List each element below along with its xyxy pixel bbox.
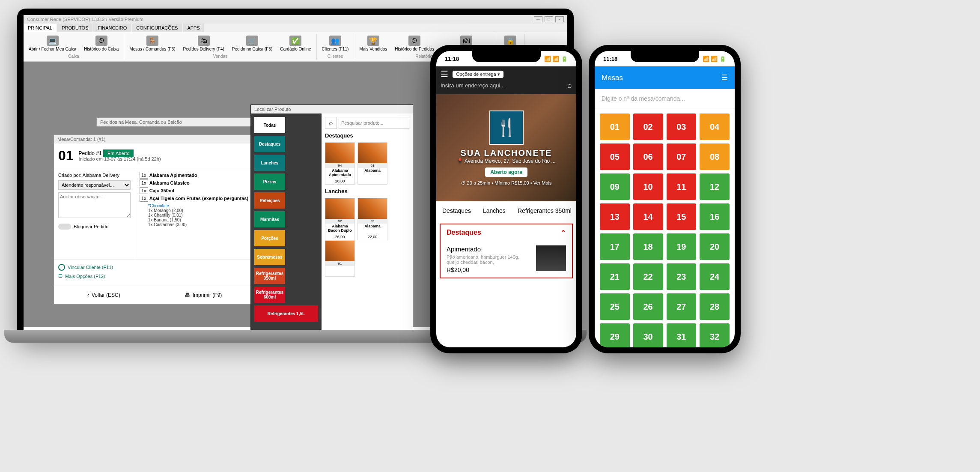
category-button[interactable]: Lanches xyxy=(254,155,285,171)
product-card[interactable]: 89Alabama22,00 xyxy=(357,198,387,240)
product-card[interactable]: 61Alabama xyxy=(357,142,387,185)
category-button[interactable]: Refrigerantes 1,5L xyxy=(254,305,318,322)
mesa-tile[interactable]: 14 xyxy=(633,203,663,230)
ribbon-group: 🪑Mesas / Comandas (F3)🛍Pedidos Delivery … xyxy=(124,34,316,60)
category-button[interactable]: Refrigerantes 600ml xyxy=(254,287,285,303)
address-input[interactable]: Insira um endereço aqui... xyxy=(441,82,563,89)
mesa-tile[interactable]: 22 xyxy=(633,263,663,290)
mesa-tile[interactable]: 16 xyxy=(700,203,730,230)
mesa-tile[interactable]: 27 xyxy=(667,293,697,320)
category-button[interactable]: Refrigerantes 350ml xyxy=(254,268,285,284)
mesa-tile[interactable]: 19 xyxy=(667,233,697,260)
product-card[interactable]: 91 xyxy=(325,240,355,277)
category-button[interactable]: Destaques xyxy=(254,136,285,152)
voltar-button[interactable]: ‹ Voltar (ESC) xyxy=(54,286,154,304)
store-logo: 🍴 xyxy=(489,111,524,145)
mesa-tile[interactable]: 26 xyxy=(633,293,663,320)
mesa-tile[interactable]: 28 xyxy=(700,293,730,320)
category-tab[interactable]: Refrigerantes 350ml xyxy=(512,201,576,220)
chevron-up-icon[interactable]: ⌃ xyxy=(560,229,566,237)
tab-apps[interactable]: APPS xyxy=(183,24,204,32)
hamburger-icon[interactable]: ☰ xyxy=(721,73,728,82)
mesa-tile[interactable]: 05 xyxy=(600,143,630,170)
tab-principal[interactable]: PRINCIPAL xyxy=(24,24,57,32)
category-button[interactable]: Pizzas xyxy=(254,173,285,190)
mesa-tile[interactable]: 11 xyxy=(667,173,697,200)
mesa-tile[interactable]: 12 xyxy=(700,173,730,200)
product-card[interactable]: 94Alabama Apimentado20,00 xyxy=(325,142,355,185)
mesa-tile[interactable]: 06 xyxy=(633,143,663,170)
mesa-tile[interactable]: 29 xyxy=(600,323,630,347)
store-app: 11:18 📶 📶 🔋 ☰ Opções de entrega ▾ Insira… xyxy=(436,51,576,347)
menu-item[interactable]: Apimentado Pão americano, hamburguer 140… xyxy=(441,241,572,278)
product-card[interactable]: 92Alabama Bacon Duplo26,00 xyxy=(325,198,355,240)
product-name: Alabama Apimentado xyxy=(325,168,354,178)
mesa-tile[interactable]: 08 xyxy=(700,143,730,170)
item-description: Pão americano, hamburguer 140g, queijo c… xyxy=(447,254,532,265)
category-button[interactable]: Todas xyxy=(254,117,285,133)
observation-input[interactable] xyxy=(58,192,131,218)
tab-financeiro[interactable]: FINANCEIRO xyxy=(93,24,131,32)
category-button[interactable]: Marmitas xyxy=(254,211,285,227)
phone-store-frame: 11:18 📶 📶 🔋 ☰ Opções de entrega ▾ Insira… xyxy=(430,45,582,353)
mesas-app: 11:18 📶 📶 🔋 Mesas ☰ Digite o nº da mesa/… xyxy=(595,51,735,347)
mesa-tile[interactable]: 24 xyxy=(700,263,730,290)
mesa-tile[interactable]: 21 xyxy=(600,263,630,290)
category-button[interactable]: Sobremesas xyxy=(254,249,285,265)
mesa-tile[interactable]: 09 xyxy=(600,173,630,200)
imprimir-button[interactable]: 🖶 Imprimir (F9) xyxy=(154,286,253,304)
product-name xyxy=(325,266,354,276)
ribbon-button[interactable]: 💻Abrir / Fechar Meu Caixa xyxy=(27,35,78,52)
mesa-tile[interactable]: 31 xyxy=(667,323,697,347)
ribbon-button[interactable]: 🏆Mais Vendidos xyxy=(357,35,389,52)
menu-icon: ☰ xyxy=(58,273,63,279)
mesa-tile[interactable]: 30 xyxy=(633,323,663,347)
mesa-tile[interactable]: 02 xyxy=(633,114,663,140)
mesa-tile[interactable]: 20 xyxy=(700,233,730,260)
ribbon-button[interactable]: ⏲Histórico do Caixa xyxy=(82,35,120,52)
order-pedido: Pedido #1 xyxy=(79,150,102,156)
time: 11:18 xyxy=(603,56,617,62)
mesa-tile[interactable]: 23 xyxy=(667,263,697,290)
category-button[interactable]: Refeições xyxy=(254,192,285,209)
minimize-icon[interactable]: — xyxy=(534,16,542,22)
category-tab[interactable]: Destaques xyxy=(436,201,477,220)
ribbon-button[interactable]: 🪑Mesas / Comandas (F3) xyxy=(128,35,177,52)
ribbon-button[interactable]: ✅Cardápio Online xyxy=(278,35,313,52)
tab-configurações[interactable]: CONFIGURAÇÕES xyxy=(132,24,182,32)
tab-produtos[interactable]: PRODUTOS xyxy=(57,24,92,32)
ribbon-button[interactable]: 👥Clientes (F11) xyxy=(320,35,351,52)
mesa-tile[interactable]: 32 xyxy=(700,323,730,347)
mesa-tile[interactable]: 18 xyxy=(633,233,663,260)
mesa-tile[interactable]: 03 xyxy=(667,114,697,140)
block-toggle[interactable] xyxy=(58,224,71,230)
ribbon-label: Cardápio Online xyxy=(280,47,311,51)
close-icon[interactable]: × xyxy=(555,16,564,22)
mesa-tile[interactable]: 01 xyxy=(600,114,630,140)
ribbon-button[interactable]: 🛍Pedidos Delivery (F4) xyxy=(182,35,226,52)
category-tab[interactable]: Lanches xyxy=(477,201,512,220)
pedidos-dialog: Pedidos na Mesa, Comanda ou Balcão xyxy=(96,117,268,127)
hamburger-icon[interactable]: ☰ xyxy=(441,69,448,79)
mesa-tile[interactable]: 04 xyxy=(700,114,730,140)
maximize-icon[interactable]: □ xyxy=(545,16,553,22)
store-address: 📍 Avenida México, 27, São José do Rio ..… xyxy=(457,158,555,164)
window-controls[interactable]: — □ × xyxy=(533,16,564,22)
mesa-tile[interactable]: 17 xyxy=(600,233,630,260)
mesa-search-input[interactable]: Digite o nº da mesa/comanda... xyxy=(595,89,735,108)
ribbon-button[interactable]: ⏲Histórico de Pedidos xyxy=(393,35,436,52)
ribbon-label: Clientes (F11) xyxy=(322,47,349,51)
category-button[interactable]: Porções xyxy=(254,230,285,246)
atendente-select[interactable]: Atendente responsável... xyxy=(58,180,131,190)
mesa-tile[interactable]: 07 xyxy=(667,143,697,170)
delivery-options-chip[interactable]: Opções de entrega ▾ xyxy=(453,71,503,78)
ribbon-button[interactable]: 🛒Pedido no Caixa (F5) xyxy=(230,35,274,52)
ribbon-label: Abrir / Fechar Meu Caixa xyxy=(29,47,76,51)
ribbon-icon: 🏆 xyxy=(367,36,379,46)
mesa-tile[interactable]: 25 xyxy=(600,293,630,320)
mesa-tile[interactable]: 13 xyxy=(600,203,630,230)
product-search-input[interactable] xyxy=(339,117,409,129)
search-icon[interactable]: ⌕ xyxy=(567,81,572,90)
mesa-tile[interactable]: 15 xyxy=(667,203,697,230)
mesa-tile[interactable]: 10 xyxy=(633,173,663,200)
